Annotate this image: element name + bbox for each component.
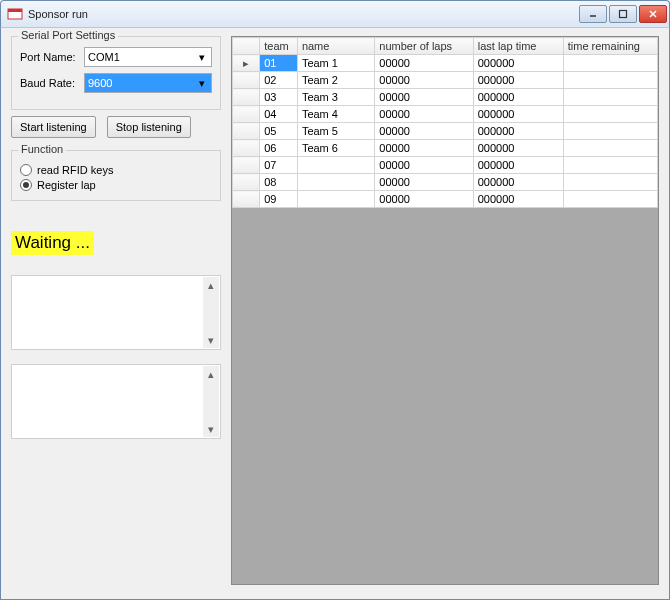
row-header[interactable] <box>233 106 260 123</box>
cell-laps[interactable]: 00000 <box>375 140 473 157</box>
cell-laps[interactable]: 00000 <box>375 89 473 106</box>
row-header[interactable] <box>233 191 260 208</box>
cell-last[interactable]: 000000 <box>473 72 563 89</box>
cell-name[interactable]: Team 4 <box>297 106 374 123</box>
cell-team[interactable]: 06 <box>260 140 298 157</box>
cell-rem[interactable] <box>563 89 657 106</box>
cell-rem[interactable] <box>563 191 657 208</box>
cell-team[interactable]: 09 <box>260 191 298 208</box>
col-team[interactable]: team <box>260 38 298 55</box>
table-row[interactable]: 0700000000000 <box>233 157 658 174</box>
scroll-up-icon[interactable]: ▴ <box>203 277 219 293</box>
cell-last[interactable]: 000000 <box>473 106 563 123</box>
cell-rem[interactable] <box>563 174 657 191</box>
baud-rate-combo[interactable]: 9600 ▾ <box>84 73 212 93</box>
cell-rem[interactable] <box>563 157 657 174</box>
log-textbox-1[interactable]: ▴ ▾ <box>11 275 221 350</box>
cell-laps[interactable]: 00000 <box>375 55 473 72</box>
cell-rem[interactable] <box>563 140 657 157</box>
table-row[interactable]: 02Team 200000000000 <box>233 72 658 89</box>
data-grid[interactable]: team name number of laps last lap time t… <box>231 36 659 585</box>
cell-name[interactable]: Team 2 <box>297 72 374 89</box>
row-header[interactable] <box>233 72 260 89</box>
radio-read-label: read RFID keys <box>37 164 113 176</box>
cell-team[interactable]: 02 <box>260 72 298 89</box>
cell-rem[interactable] <box>563 106 657 123</box>
close-button[interactable] <box>639 5 667 23</box>
titlebar[interactable]: Sponsor run <box>0 0 670 28</box>
teams-table[interactable]: team name number of laps last lap time t… <box>232 37 658 208</box>
cell-team[interactable]: 08 <box>260 174 298 191</box>
cell-team[interactable]: 07 <box>260 157 298 174</box>
cell-team[interactable]: 05 <box>260 123 298 140</box>
svg-rect-3 <box>620 11 627 18</box>
port-name-combo[interactable]: COM1 ▾ <box>84 47 212 67</box>
cell-name[interactable] <box>297 157 374 174</box>
cell-last[interactable]: 000000 <box>473 55 563 72</box>
radio-register-lap[interactable]: Register lap <box>20 179 212 191</box>
cell-last[interactable]: 000000 <box>473 174 563 191</box>
cell-laps[interactable]: 00000 <box>375 157 473 174</box>
cell-name[interactable]: Team 5 <box>297 123 374 140</box>
col-rem[interactable]: time remaining <box>563 38 657 55</box>
chevron-down-icon: ▾ <box>194 76 209 90</box>
cell-name[interactable] <box>297 174 374 191</box>
function-group: Function read RFID keys Register lap <box>11 150 221 201</box>
cell-last[interactable]: 000000 <box>473 89 563 106</box>
table-row[interactable]: 04Team 400000000000 <box>233 106 658 123</box>
row-header[interactable] <box>233 89 260 106</box>
scroll-up-icon[interactable]: ▴ <box>203 366 219 382</box>
client-area: Serial Port Settings Port Name: COM1 ▾ B… <box>0 28 670 600</box>
cell-name[interactable] <box>297 191 374 208</box>
row-header[interactable] <box>233 123 260 140</box>
listen-buttons: Start listening Stop listening <box>11 116 221 138</box>
cell-team[interactable]: 01 <box>260 55 298 72</box>
start-listening-button[interactable]: Start listening <box>11 116 96 138</box>
table-row[interactable]: 03Team 300000000000 <box>233 89 658 106</box>
cell-team[interactable]: 04 <box>260 106 298 123</box>
left-panel: Serial Port Settings Port Name: COM1 ▾ B… <box>1 28 231 599</box>
col-laps[interactable]: number of laps <box>375 38 473 55</box>
cell-last[interactable]: 000000 <box>473 157 563 174</box>
svg-rect-1 <box>8 9 22 12</box>
scrollbar[interactable]: ▴ ▾ <box>203 366 219 437</box>
cell-name[interactable]: Team 1 <box>297 55 374 72</box>
cell-name[interactable]: Team 3 <box>297 89 374 106</box>
radio-icon <box>20 179 32 191</box>
maximize-button[interactable] <box>609 5 637 23</box>
cell-last[interactable]: 000000 <box>473 140 563 157</box>
row-header[interactable] <box>233 157 260 174</box>
cell-laps[interactable]: 00000 <box>375 191 473 208</box>
table-row[interactable]: 05Team 500000000000 <box>233 123 658 140</box>
baud-rate-label: Baud Rate: <box>20 77 84 89</box>
table-row[interactable]: 06Team 600000000000 <box>233 140 658 157</box>
row-header[interactable] <box>233 174 260 191</box>
cell-last[interactable]: 000000 <box>473 191 563 208</box>
cell-rem[interactable] <box>563 123 657 140</box>
table-row[interactable]: ▸01Team 100000000000 <box>233 55 658 72</box>
table-header-row: team name number of laps last lap time t… <box>233 38 658 55</box>
col-last[interactable]: last lap time <box>473 38 563 55</box>
cell-laps[interactable]: 00000 <box>375 106 473 123</box>
scroll-down-icon[interactable]: ▾ <box>203 421 219 437</box>
table-row[interactable]: 0900000000000 <box>233 191 658 208</box>
row-header[interactable]: ▸ <box>233 55 260 72</box>
cell-last[interactable]: 000000 <box>473 123 563 140</box>
port-name-value: COM1 <box>88 51 120 63</box>
cell-laps[interactable]: 00000 <box>375 72 473 89</box>
cell-name[interactable]: Team 6 <box>297 140 374 157</box>
log-textbox-2[interactable]: ▴ ▾ <box>11 364 221 439</box>
cell-team[interactable]: 03 <box>260 89 298 106</box>
col-name[interactable]: name <box>297 38 374 55</box>
radio-read-rfid[interactable]: read RFID keys <box>20 164 212 176</box>
scrollbar[interactable]: ▴ ▾ <box>203 277 219 348</box>
table-row[interactable]: 0800000000000 <box>233 174 658 191</box>
minimize-button[interactable] <box>579 5 607 23</box>
scroll-down-icon[interactable]: ▾ <box>203 332 219 348</box>
cell-rem[interactable] <box>563 55 657 72</box>
stop-listening-button: Stop listening <box>107 116 191 138</box>
cell-laps[interactable]: 00000 <box>375 123 473 140</box>
row-header[interactable] <box>233 140 260 157</box>
cell-rem[interactable] <box>563 72 657 89</box>
cell-laps[interactable]: 00000 <box>375 174 473 191</box>
